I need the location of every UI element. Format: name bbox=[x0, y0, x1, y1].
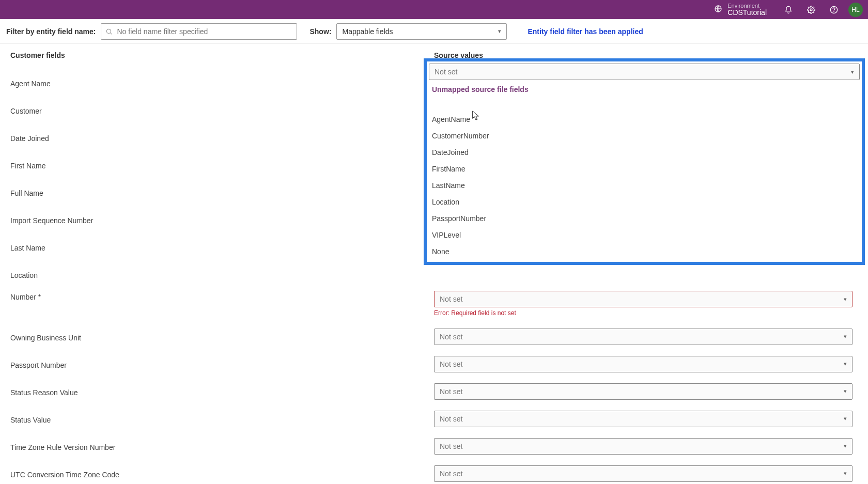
field-label-status-reason-value: Status Reason Value bbox=[10, 386, 434, 397]
source-value-dropdown: Not set ▾ Unmapped source file fields Ag… bbox=[424, 58, 865, 265]
chevron-down-icon: ▾ bbox=[498, 28, 501, 35]
select-value: Not set bbox=[440, 470, 462, 478]
dropdown-option-passportnumber[interactable]: PassportNumber bbox=[429, 210, 860, 227]
source-select-time-zone-rule-version-number[interactable]: Not set ▾ bbox=[434, 438, 853, 455]
field-label-location: Location bbox=[10, 269, 434, 279]
user-avatar[interactable]: HL bbox=[848, 3, 863, 17]
environment-name: CDSTutorial bbox=[727, 9, 767, 17]
select-value: Not set bbox=[440, 360, 462, 368]
dropdown-blank-option[interactable] bbox=[429, 96, 860, 111]
show-select-value: Mappable fields bbox=[342, 27, 393, 36]
filter-label: Filter by entity field name: bbox=[6, 27, 96, 36]
source-select-status-reason-value[interactable]: Not set ▾ bbox=[434, 383, 853, 400]
select-value: Not set bbox=[440, 295, 462, 303]
field-label-passport-number: Passport Number bbox=[10, 359, 434, 369]
environment-picker[interactable]: Environment CDSTutorial bbox=[714, 3, 767, 17]
chevron-down-icon: ▾ bbox=[844, 361, 847, 367]
field-label-number: Number * bbox=[10, 291, 434, 301]
app-topbar: Environment CDSTutorial HL bbox=[0, 0, 868, 19]
field-label-last-name: Last Name bbox=[10, 242, 434, 252]
field-label-date-joined: Date Joined bbox=[10, 132, 434, 143]
column-header-left: Customer fields bbox=[10, 51, 434, 59]
select-value: Not set bbox=[440, 387, 462, 396]
field-label-status-value: Status Value bbox=[10, 414, 434, 424]
source-select-number[interactable]: Not set ▾ bbox=[434, 291, 853, 307]
dropdown-option-viplevel[interactable]: VIPLevel bbox=[429, 227, 860, 243]
show-select[interactable]: Mappable fields ▾ bbox=[336, 23, 507, 40]
select-value: Not set bbox=[440, 415, 462, 423]
field-label-owning-business-unit: Owning Business Unit bbox=[10, 332, 434, 342]
mapping-grid: Customer fields Source values Not set ▾ … bbox=[0, 44, 868, 484]
chevron-down-icon: ▾ bbox=[844, 388, 847, 395]
svg-line-5 bbox=[111, 33, 112, 34]
svg-point-1 bbox=[810, 9, 812, 11]
help-icon[interactable] bbox=[823, 0, 845, 19]
source-select-utc-conversion-time-zone-code[interactable]: Not set ▾ bbox=[434, 465, 853, 482]
svg-point-3 bbox=[834, 11, 834, 12]
field-label-first-name: First Name bbox=[10, 160, 434, 170]
show-label: Show: bbox=[309, 27, 331, 36]
field-label-import-sequence-number: Import Sequence Number bbox=[10, 214, 434, 225]
dropdown-option-customernumber[interactable]: CustomerNumber bbox=[429, 128, 860, 144]
source-select-status-value[interactable]: Not set ▾ bbox=[434, 411, 853, 427]
dropdown-current-value: Not set bbox=[435, 68, 457, 76]
notifications-icon[interactable] bbox=[777, 0, 800, 19]
dropdown-option-location[interactable]: Location bbox=[429, 194, 860, 210]
filter-input[interactable]: No field name filter specified bbox=[101, 23, 297, 40]
environment-icon bbox=[714, 5, 722, 14]
chevron-down-icon: ▾ bbox=[844, 333, 847, 340]
chevron-down-icon: ▾ bbox=[844, 443, 847, 449]
filter-bar: Filter by entity field name: No field na… bbox=[0, 19, 868, 44]
filter-placeholder: No field name filter specified bbox=[117, 27, 208, 36]
source-select-passport-number[interactable]: Not set ▾ bbox=[434, 356, 853, 372]
svg-point-4 bbox=[107, 29, 111, 33]
select-value: Not set bbox=[440, 442, 462, 450]
chevron-down-icon: ▾ bbox=[844, 470, 847, 477]
dropdown-current-select[interactable]: Not set ▾ bbox=[429, 64, 860, 80]
dropdown-option-firstname[interactable]: FirstName bbox=[429, 161, 860, 177]
source-select-owning-business-unit[interactable]: Not set ▾ bbox=[434, 329, 853, 345]
search-icon bbox=[105, 28, 113, 35]
dropdown-option-agentname[interactable]: AgentName bbox=[429, 111, 860, 128]
select-value: Not set bbox=[440, 333, 462, 341]
filter-applied-msg: Entity field filter has been applied bbox=[528, 27, 643, 36]
chevron-down-icon: ▾ bbox=[844, 296, 847, 303]
field-label-customer: Customer bbox=[10, 105, 434, 115]
dropdown-option-lastname[interactable]: LastName bbox=[429, 177, 860, 194]
settings-icon[interactable] bbox=[800, 0, 823, 19]
field-label-time-zone-rule-version-number: Time Zone Rule Version Number bbox=[10, 441, 434, 451]
chevron-down-icon: ▾ bbox=[844, 415, 847, 422]
chevron-down-icon: ▾ bbox=[851, 69, 854, 75]
dropdown-option-datejoined[interactable]: DateJoined bbox=[429, 144, 860, 161]
error-required-field: Error: Required field is not set bbox=[434, 309, 858, 317]
dropdown-option-none[interactable]: None bbox=[429, 243, 860, 260]
field-label-full-name: Full Name bbox=[10, 187, 434, 197]
field-label-utc-conversion-time-zone-code: UTC Conversion Time Zone Code bbox=[10, 469, 434, 479]
dropdown-group-label: Unmapped source file fields bbox=[429, 80, 860, 96]
field-label-agent-name: Agent Name bbox=[10, 77, 434, 88]
